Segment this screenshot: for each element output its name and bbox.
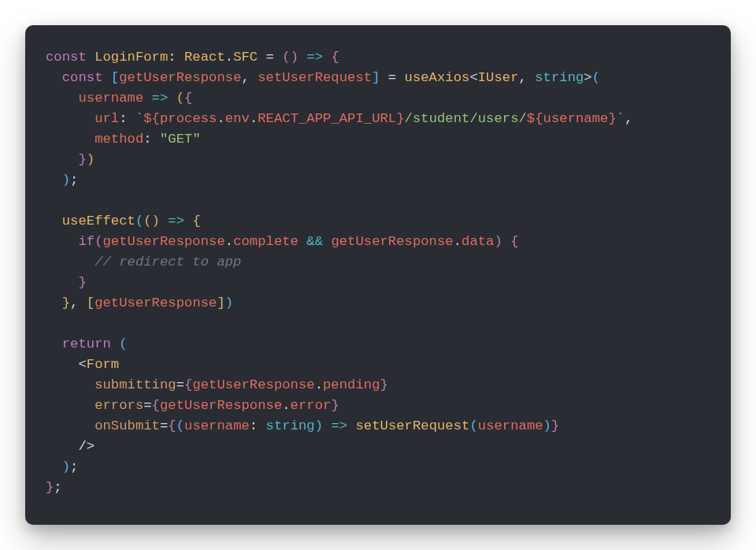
code-token: }	[396, 111, 404, 126]
code-token: =	[160, 418, 168, 433]
code-token: ;	[70, 459, 78, 474]
code-token: env	[225, 111, 250, 126]
code-token: error	[291, 398, 332, 413]
code-token: )	[225, 295, 233, 310]
code-token: getUserResponse	[103, 234, 225, 249]
code-token: :	[250, 418, 266, 433]
code-token	[46, 398, 94, 413]
code-token: (	[135, 214, 143, 229]
code-token: =>	[160, 214, 192, 229]
code-token: :	[119, 111, 135, 126]
code-token: .	[225, 50, 233, 65]
code-token: }	[331, 398, 339, 413]
code-token: ,	[519, 70, 536, 85]
code-token: }	[78, 152, 86, 167]
code-token: :	[143, 132, 160, 147]
code-token: }	[62, 295, 70, 310]
code-token: `	[617, 111, 624, 126]
code-token: {	[331, 50, 339, 65]
code-token: getUserResponse	[119, 70, 241, 85]
code-token	[46, 70, 62, 85]
code-token: }	[608, 111, 616, 126]
code-token: ,	[241, 70, 258, 85]
code-token: Form	[87, 357, 119, 372]
code-token: (	[94, 234, 102, 249]
code-token: username	[78, 91, 143, 106]
code-token	[46, 214, 62, 229]
code-token	[46, 295, 62, 310]
code-token	[46, 234, 78, 249]
code-token: SFC	[233, 50, 258, 65]
code-token: string	[266, 418, 315, 433]
code-token: )	[291, 50, 298, 65]
code-token: ;	[70, 173, 78, 188]
code-token: &&	[298, 234, 331, 249]
code-token: return	[62, 336, 119, 351]
code-token: )	[494, 234, 502, 249]
code-token: {	[502, 234, 519, 249]
code-token: (	[176, 91, 184, 106]
code-card: const LoginForm: React.SFC = () => { con…	[25, 25, 731, 525]
code-token: (	[143, 214, 151, 229]
code-token	[46, 357, 78, 372]
code-token	[46, 255, 94, 269]
code-token: >	[584, 70, 591, 85]
code-token	[46, 111, 94, 126]
code-token: )	[315, 418, 323, 433]
code-token: )	[62, 173, 70, 188]
code-token: =	[258, 50, 282, 65]
code-token: (	[469, 418, 477, 433]
code-token: :	[168, 50, 184, 65]
code-token: method	[94, 132, 143, 147]
code-token: [	[111, 70, 119, 85]
code-token	[46, 132, 94, 147]
code-token: ${	[527, 111, 543, 126]
code-token	[46, 459, 62, 474]
code-token: )	[152, 214, 160, 229]
code-token: {	[168, 418, 176, 433]
code-token: ;	[54, 480, 61, 495]
code-token: /student/users/	[405, 111, 527, 126]
code-token: useEffect	[62, 214, 135, 229]
code-token: (	[176, 418, 184, 433]
code-token: ,	[70, 295, 87, 310]
code-block: const LoginForm: React.SFC = () => { con…	[46, 47, 710, 498]
code-token: .	[217, 111, 224, 126]
code-token: `	[135, 111, 143, 126]
code-token: setUserRequest	[355, 418, 469, 433]
code-token: )	[87, 152, 94, 167]
code-token: =>	[323, 418, 355, 433]
code-token: .	[454, 234, 461, 249]
code-token: LoginForm	[94, 50, 168, 65]
code-token: process	[160, 111, 217, 126]
code-token: <	[469, 70, 477, 85]
code-token: getUserResponse	[331, 234, 453, 249]
code-token: ]	[372, 70, 380, 85]
code-token	[46, 418, 94, 433]
code-token	[46, 336, 62, 351]
code-token: pending	[323, 377, 380, 392]
code-token: string	[535, 70, 584, 85]
code-token: getUserResponse	[94, 295, 217, 310]
code-token: }	[78, 275, 86, 290]
code-token: />	[78, 439, 94, 454]
code-token: REACT_APP_API_URL	[258, 111, 396, 126]
code-token: setUserRequest	[258, 70, 372, 85]
code-token: (	[282, 50, 290, 65]
code-token	[46, 275, 78, 290]
code-token: IUser	[478, 70, 519, 85]
code-token: {	[184, 377, 192, 392]
code-token: }	[551, 418, 559, 433]
code-token: =	[380, 70, 405, 85]
code-token: errors	[94, 398, 143, 413]
code-token: ,	[624, 111, 632, 126]
code-token: getUserResponse	[192, 377, 314, 392]
code-token: getUserResponse	[160, 398, 282, 413]
code-token: "GET"	[160, 132, 201, 147]
code-token: username	[478, 418, 543, 433]
code-token: )	[62, 459, 70, 474]
code-token: username	[543, 111, 609, 126]
code-token: .	[250, 111, 258, 126]
code-token: =>	[298, 50, 331, 65]
code-token: url	[94, 111, 119, 126]
